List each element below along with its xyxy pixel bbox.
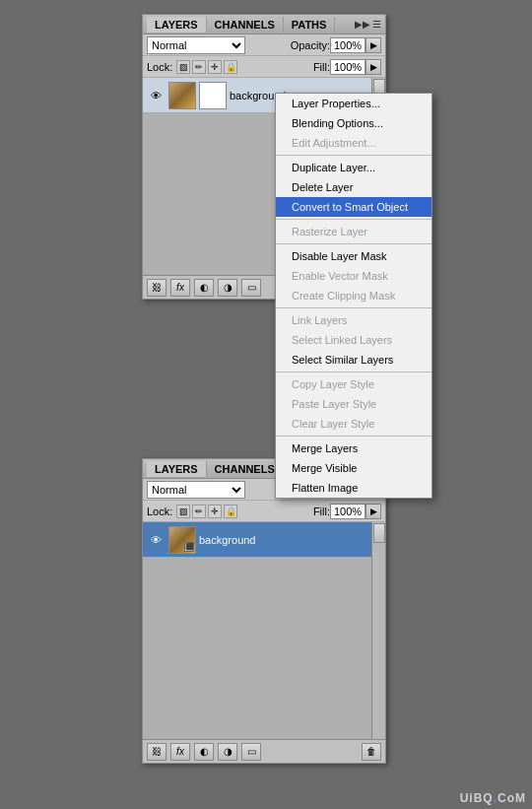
menu-sep-2	[276, 219, 432, 220]
fill-label-top: Fill:	[313, 61, 330, 73]
layer-name-bottom: background	[199, 534, 367, 546]
layer-thumb-image-top	[169, 83, 195, 108]
tab-layers-top[interactable]: LAYERS	[147, 17, 207, 33]
layer-thumb-bottom: ⬛	[168, 526, 196, 554]
menu-sep-4	[276, 307, 432, 308]
context-menu: Layer Properties... Blending Options... …	[275, 93, 432, 499]
watermark-suffix: CoM	[498, 791, 526, 805]
fill-input-bottom[interactable]	[330, 504, 366, 519]
blend-mode-select-top[interactable]: Normal	[147, 36, 245, 54]
menu-clear-layer-style[interactable]: Clear Layer Style	[276, 414, 432, 434]
lock-transparent-btn-bottom[interactable]: ▨	[176, 505, 190, 518]
bottom-layers-panel: LAYERS CHANNELS PATHS ▶▶ ☰ Normal Opacit…	[142, 458, 386, 764]
menu-disable-layer-mask[interactable]: Disable Layer Mask	[276, 246, 432, 266]
layer-thumb-top	[168, 82, 196, 109]
menu-sep-6	[276, 436, 432, 437]
layer-toolbar-bottom: ⛓ fx ◐ ◑ ▭ 🗑	[143, 739, 385, 763]
menu-sep-5	[276, 371, 432, 372]
lock-row-bottom: Lock: ▨ ✏ ✛ 🔒 Fill: ▶	[143, 501, 385, 522]
lock-all-btn-bottom[interactable]: 🔒	[224, 505, 237, 518]
layer-mask-top	[199, 82, 227, 109]
fill-arrow-bottom[interactable]: ▶	[366, 504, 381, 519]
link-btn-top[interactable]: ⛓	[147, 279, 166, 297]
tab-paths-top[interactable]: PATHS	[284, 17, 336, 33]
menu-select-linked-layers[interactable]: Select Linked Layers	[276, 330, 432, 350]
menu-delete-layer[interactable]: Delete Layer	[276, 177, 432, 197]
tab-layers-bottom[interactable]: LAYERS	[147, 461, 207, 477]
blend-mode-select-bottom[interactable]: Normal	[147, 481, 245, 499]
menu-duplicate-layer[interactable]: Duplicate Layer...	[276, 158, 432, 177]
lock-icons-bottom: ▨ ✏ ✛ 🔒	[176, 505, 237, 518]
layer-content-bottom: 👁 ⬛ background	[143, 522, 385, 739]
menu-enable-vector-mask[interactable]: Enable Vector Mask	[276, 266, 432, 286]
menu-convert-smart-object[interactable]: Convert to Smart Object	[276, 197, 432, 217]
menu-rasterize-layer[interactable]: Rasterize Layer	[276, 222, 432, 241]
lock-label-top: Lock:	[147, 61, 172, 73]
group-btn-top[interactable]: ▭	[241, 279, 261, 297]
adjustment-btn-bottom[interactable]: ◑	[218, 743, 237, 761]
blend-mode-row-top: Normal Opacity: ▶	[143, 34, 385, 56]
top-panel-icons: ▶▶ ☰	[355, 19, 381, 30]
tab-channels-bottom[interactable]: CHANNELS	[207, 461, 284, 477]
watermark-text: UiBQ	[460, 791, 494, 805]
tab-channels-top[interactable]: CHANNELS	[207, 17, 284, 33]
lock-position-btn[interactable]: ✛	[208, 60, 222, 74]
lock-transparent-btn[interactable]: ▨	[176, 60, 190, 74]
fill-label-bottom: Fill:	[313, 506, 330, 517]
opacity-arrow-top[interactable]: ▶	[366, 37, 381, 53]
opacity-label-top: Opacity:	[291, 39, 330, 51]
eye-icon-bottom[interactable]: 👁	[147, 531, 165, 549]
delete-btn-bottom[interactable]: 🗑	[362, 743, 381, 761]
lock-label-bottom: Lock:	[147, 506, 172, 517]
layer-row-background-bottom[interactable]: 👁 ⬛ background	[143, 522, 371, 558]
panel-expand-icon[interactable]: ▶▶	[355, 19, 370, 30]
lock-row-top: Lock: ▨ ✏ ✛ 🔒 Fill: ▶	[143, 56, 385, 78]
lock-icons-top: ▨ ✏ ✛ 🔒	[176, 60, 237, 74]
menu-layer-properties[interactable]: Layer Properties...	[276, 94, 432, 113]
menu-sep-3	[276, 243, 432, 244]
menu-flatten-image[interactable]: Flatten Image	[276, 478, 432, 498]
menu-blending-options[interactable]: Blending Options...	[276, 113, 432, 133]
link-btn-bottom[interactable]: ⛓	[147, 743, 166, 761]
menu-merge-layers[interactable]: Merge Layers	[276, 438, 432, 458]
menu-edit-adjustment[interactable]: Edit Adjustment...	[276, 133, 432, 153]
scrollbar-thumb-bottom[interactable]	[373, 523, 385, 543]
menu-merge-visible[interactable]: Merge Visible	[276, 458, 432, 478]
top-panel-header: LAYERS CHANNELS PATHS ▶▶ ☰	[143, 15, 385, 34]
fx-btn-top[interactable]: fx	[170, 279, 190, 297]
menu-create-clipping-mask[interactable]: Create Clipping Mask	[276, 286, 432, 305]
menu-paste-layer-style[interactable]: Paste Layer Style	[276, 394, 432, 414]
lock-all-btn[interactable]: 🔒	[224, 60, 237, 74]
adjustment-btn-top[interactable]: ◑	[218, 279, 237, 297]
fx-btn-bottom[interactable]: fx	[170, 743, 190, 761]
watermark: UiBQ.CoM	[460, 791, 526, 805]
menu-copy-layer-style[interactable]: Copy Layer Style	[276, 374, 432, 394]
opacity-input-top[interactable]	[330, 37, 366, 53]
smart-object-badge: ⬛	[184, 542, 194, 552]
lock-position-btn-bottom[interactable]: ✛	[208, 505, 222, 518]
scrollbar-bottom[interactable]	[371, 522, 385, 739]
menu-select-similar-layers[interactable]: Select Similar Layers	[276, 350, 432, 370]
lock-image-btn-bottom[interactable]: ✏	[192, 505, 206, 518]
lock-image-btn[interactable]: ✏	[192, 60, 206, 74]
mask-btn-bottom[interactable]: ◐	[194, 743, 214, 761]
fill-input-top[interactable]	[330, 59, 366, 75]
menu-link-layers[interactable]: Link Layers	[276, 310, 432, 330]
eye-icon-top[interactable]: 👁	[147, 87, 165, 104]
panel-menu-icon[interactable]: ☰	[372, 19, 381, 30]
group-btn-bottom[interactable]: ▭	[241, 743, 261, 761]
fill-arrow-top[interactable]: ▶	[366, 59, 381, 75]
mask-btn-top[interactable]: ◐	[194, 279, 214, 297]
top-panel-tabs: LAYERS CHANNELS PATHS	[147, 17, 355, 33]
menu-sep-1	[276, 155, 432, 156]
